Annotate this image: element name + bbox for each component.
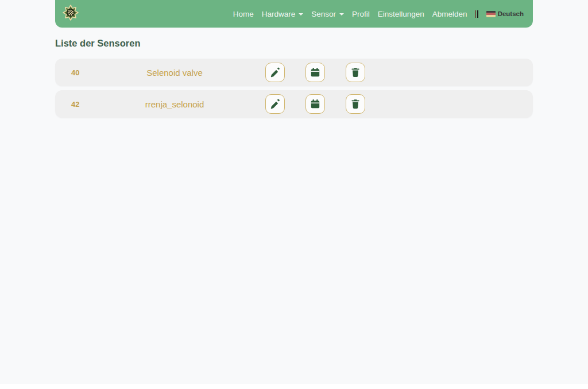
nav-item-abmelden[interactable]: Abmelden	[432, 10, 467, 18]
pencil-icon	[270, 67, 280, 78]
pipe-separator	[475, 10, 478, 18]
chevron-down-icon	[339, 13, 344, 16]
sensor-name: Selenoid valve	[134, 68, 215, 78]
language-switcher[interactable]: Deutsch	[486, 10, 524, 17]
top-navbar: Home Hardware Sensor Profil Einstellunge…	[55, 0, 533, 28]
nav-item-profil[interactable]: Profil	[352, 10, 370, 18]
nav-item-sensor-label: Sensor	[311, 10, 336, 18]
sensor-name: rrenja_selonoid	[134, 99, 215, 109]
gear-star-icon	[63, 5, 79, 23]
sensor-row: 42 rrenja_selonoid	[55, 90, 533, 118]
german-flag-icon	[486, 11, 496, 17]
calendar-button[interactable]	[305, 94, 325, 114]
language-label: Deutsch	[498, 10, 524, 17]
calendar-icon	[310, 67, 320, 78]
nav-links: Home Hardware Sensor Profil Einstellunge…	[233, 10, 524, 18]
delete-button[interactable]	[346, 94, 365, 114]
row-actions	[265, 63, 365, 82]
edit-button[interactable]	[265, 63, 285, 82]
calendar-icon	[310, 99, 320, 109]
pencil-icon	[270, 99, 280, 109]
nav-item-hardware-label: Hardware	[262, 10, 296, 18]
sensor-id: 42	[71, 100, 134, 109]
nav-item-hardware-dropdown[interactable]: Hardware	[262, 10, 304, 18]
main-content: Liste der Sensoren 40 Selenoid valve	[55, 28, 533, 122]
trash-icon	[350, 67, 361, 78]
calendar-button[interactable]	[305, 63, 325, 82]
nav-item-sensor-dropdown[interactable]: Sensor	[311, 10, 344, 18]
page-title: Liste der Sensoren	[55, 38, 533, 49]
bottom-strip	[0, 384, 588, 389]
delete-button[interactable]	[346, 63, 365, 82]
app-logo[interactable]	[62, 5, 79, 22]
row-actions	[265, 94, 365, 114]
nav-item-home[interactable]: Home	[233, 10, 254, 18]
edit-button[interactable]	[265, 94, 285, 114]
chevron-down-icon	[299, 13, 303, 16]
sensor-id: 40	[71, 68, 134, 77]
trash-icon	[350, 99, 361, 109]
nav-item-einstellungen[interactable]: Einstellungen	[378, 10, 424, 18]
sensor-row: 40 Selenoid valve	[55, 59, 533, 86]
